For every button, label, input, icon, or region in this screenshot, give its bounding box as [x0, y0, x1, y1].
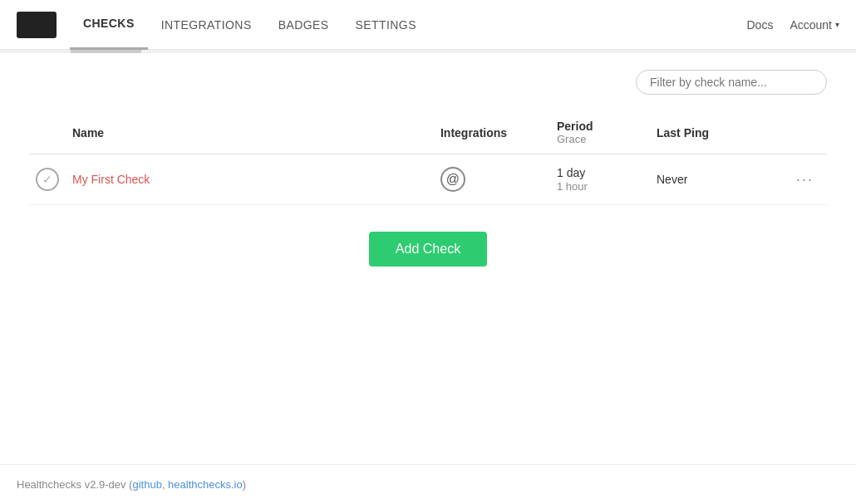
account-label: Account: [790, 18, 832, 32]
main-content: Name Integrations Period Grace Last Ping…: [12, 53, 844, 283]
col-menu: [783, 111, 827, 154]
navbar-right: Docs Account ▾: [747, 18, 840, 32]
col-last-ping: Last Ping: [650, 111, 783, 154]
name-cell: My First Check: [66, 154, 434, 205]
nav-checks[interactable]: CHECKS: [70, 0, 148, 50]
at-symbol-icon: @: [446, 172, 460, 187]
chevron-down-icon: ▾: [835, 20, 839, 29]
email-integration-icon[interactable]: @: [440, 167, 465, 192]
filter-row: [29, 70, 827, 95]
add-check-row: Add Check: [29, 232, 827, 267]
row-more-button[interactable]: ···: [790, 168, 820, 192]
col-status: [29, 111, 66, 154]
nav-settings[interactable]: SETTINGS: [342, 0, 430, 50]
menu-cell: ···: [783, 154, 827, 205]
col-name: Name: [66, 111, 434, 154]
col-period: Period Grace: [550, 111, 650, 154]
logo[interactable]: [17, 12, 57, 38]
last-ping-cell: Never: [650, 154, 783, 205]
nav-integrations[interactable]: INTEGRATIONS: [148, 0, 265, 50]
grace-value: 1 hour: [557, 180, 588, 193]
docs-link[interactable]: Docs: [747, 18, 774, 32]
table-body: ✓ My First Check @ 1 day 1 hour Never: [29, 154, 827, 205]
table-header-row: Name Integrations Period Grace Last Ping: [29, 111, 827, 154]
col-integrations: Integrations: [434, 111, 550, 154]
checks-table: Name Integrations Period Grace Last Ping…: [29, 111, 827, 205]
period-label: Period: [557, 120, 593, 133]
table-row: ✓ My First Check @ 1 day 1 hour Never: [29, 154, 827, 205]
grace-label: Grace: [557, 133, 643, 145]
status-cell: ✓: [29, 154, 66, 205]
checkmark-icon: ✓: [42, 173, 52, 186]
last-ping-value: Never: [657, 173, 687, 186]
period-value: 1 day: [557, 166, 585, 179]
filter-input[interactable]: [636, 70, 827, 95]
add-check-button[interactable]: Add Check: [369, 232, 487, 267]
status-icon: ✓: [36, 168, 59, 191]
nav-links: CHECKS INTEGRATIONS BADGES SETTINGS: [70, 0, 430, 50]
account-button[interactable]: Account ▾: [790, 18, 839, 32]
tab-indicator-bar: [0, 50, 856, 53]
period-cell: 1 day 1 hour: [550, 154, 650, 205]
check-name-link[interactable]: My First Check: [72, 173, 150, 186]
integration-cell: @: [434, 154, 550, 205]
nav-badges[interactable]: BADGES: [265, 0, 342, 50]
navbar: CHECKS INTEGRATIONS BADGES SETTINGS Docs…: [0, 0, 856, 50]
tab-indicator: [71, 50, 141, 53]
